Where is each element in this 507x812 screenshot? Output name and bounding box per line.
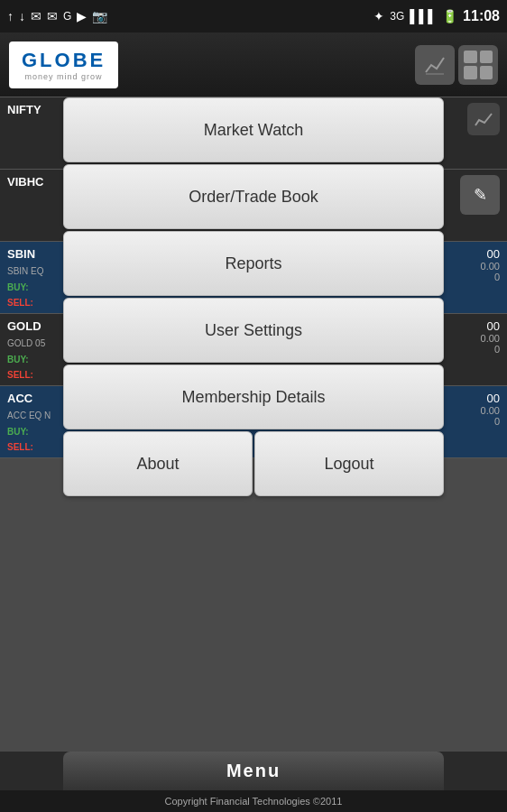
camera-icon: 📷	[92, 9, 107, 23]
status-bar: ↑ ↓ ✉ ✉ G ▶ 📷 ✦ 3G ▌▌▌ 🔋 11:08	[0, 0, 507, 32]
trade-val2: 0	[494, 272, 500, 282]
battery-icon: 🔋	[442, 9, 457, 23]
logo-subtitle: money mind grow	[25, 72, 103, 81]
play-icon: ▶	[77, 9, 87, 23]
grid-cell	[480, 66, 493, 79]
membership-details-label: Membership Details	[181, 388, 325, 407]
status-icons-left: ↑ ↓ ✉ ✉ G ▶ 📷	[7, 9, 107, 23]
gmail-icon: G	[63, 10, 71, 23]
reports-button[interactable]: Reports	[63, 231, 444, 296]
trade-name: GOLD	[7, 319, 69, 333]
order-trade-book-button[interactable]: Order/Trade Book	[63, 164, 444, 229]
trade-val: 0.00	[481, 261, 500, 272]
trade-val2: 0	[494, 344, 500, 355]
logo-text: GLOBE	[22, 49, 106, 72]
trade-price: 00	[487, 247, 500, 261]
grid-cell	[480, 51, 493, 64]
trade-sub: SBIN EQ	[7, 266, 69, 276]
chart-row-svg	[474, 109, 493, 129]
status-right: ✦ 3G ▌▌▌ 🔋 11:08	[373, 8, 500, 24]
edit-icon-row[interactable]: ✎	[460, 175, 500, 215]
signal-3g-icon: 3G	[390, 10, 404, 23]
trade-sell: SELL:	[7, 298, 69, 308]
trade-sub: GOLD 05	[7, 338, 69, 348]
menu-bottom-row: About Logout	[63, 431, 444, 496]
trade-name: VIBHC	[7, 175, 69, 189]
sms-icon: ✉	[31, 9, 41, 23]
grid-cell	[464, 66, 477, 79]
trade-buy: BUY:	[7, 355, 69, 364]
chart-icon-row[interactable]	[467, 103, 500, 135]
logo: GLOBE money mind grow	[9, 42, 118, 88]
bluetooth-icon: ✦	[373, 9, 384, 23]
menu-overlay: Market Watch Order/Trade Book Reports Us…	[63, 97, 444, 498]
clock: 11:08	[463, 8, 500, 24]
app-header: GLOBE money mind grow	[0, 32, 507, 97]
market-watch-label: Market Watch	[204, 121, 303, 140]
menu-footer: Menu Copyright Financial Technologies ©2…	[0, 752, 507, 812]
trade-buy: BUY:	[7, 282, 69, 292]
copyright-text: Copyright Financial Technologies ©2011	[0, 790, 507, 812]
trade-name: ACC	[7, 392, 69, 405]
upload-icon: ↑	[7, 9, 14, 23]
trade-sell: SELL:	[7, 442, 69, 452]
trade-val: 0.00	[481, 405, 500, 416]
user-settings-button[interactable]: User Settings	[63, 298, 444, 363]
membership-details-button[interactable]: Membership Details	[63, 364, 444, 429]
trade-sell: SELL:	[7, 370, 69, 380]
user-settings-label: User Settings	[205, 321, 302, 340]
trade-buy: BUY:	[7, 427, 69, 437]
grid-cell	[464, 51, 477, 64]
trade-name: SBIN	[7, 247, 69, 261]
header-icons	[415, 45, 498, 85]
trade-name: NIFTY	[7, 103, 69, 116]
logout-label: Logout	[324, 455, 373, 474]
chart-icon[interactable]	[415, 45, 455, 85]
about-button[interactable]: About	[63, 431, 253, 496]
trade-price: 00	[487, 319, 500, 333]
trade-price: 00	[487, 392, 500, 405]
email-icon: ✉	[47, 9, 58, 23]
logout-button[interactable]: Logout	[254, 431, 444, 496]
market-watch-button[interactable]: Market Watch	[63, 97, 444, 162]
grid-view-icon[interactable]	[458, 45, 498, 85]
order-trade-book-label: Order/Trade Book	[189, 188, 318, 207]
trade-val: 0.00	[481, 333, 500, 344]
signal-bars-icon: ▌▌▌	[410, 9, 437, 23]
menu-tab-label: Menu	[63, 752, 444, 790]
download-icon: ↓	[19, 9, 25, 23]
chart-svg	[422, 52, 447, 78]
reports-label: Reports	[225, 254, 281, 273]
trade-val2: 0	[494, 416, 500, 427]
trade-sub: ACC EQ N	[7, 411, 69, 420]
about-label: About	[136, 455, 179, 474]
